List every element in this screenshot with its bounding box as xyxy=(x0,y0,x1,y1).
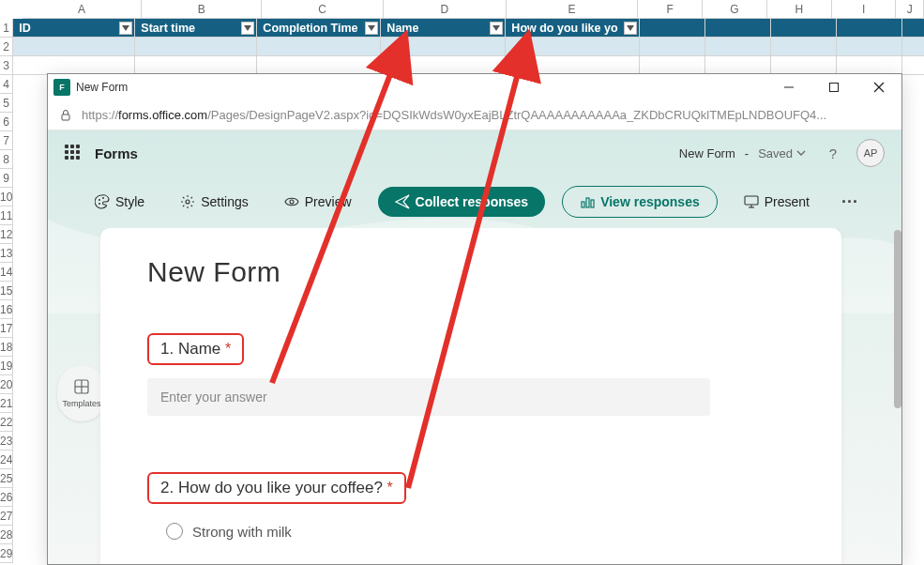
row-num[interactable]: 19 xyxy=(0,357,13,375)
cell[interactable] xyxy=(257,38,381,56)
row-num[interactable]: 9 xyxy=(0,169,13,188)
row-num[interactable]: 22 xyxy=(0,413,13,432)
row-num[interactable]: 28 xyxy=(0,526,13,544)
row-num[interactable]: 26 xyxy=(0,488,13,507)
row-num[interactable]: 10 xyxy=(0,188,13,206)
cell[interactable] xyxy=(837,56,902,75)
radio-icon[interactable] xyxy=(166,523,183,540)
cell[interactable] xyxy=(640,56,705,75)
question-1-input[interactable]: Enter your answer xyxy=(147,378,710,416)
cell[interactable] xyxy=(902,19,924,38)
row-num[interactable]: 4 xyxy=(0,75,13,94)
required-asterisk: * xyxy=(225,341,231,357)
row-num[interactable]: 24 xyxy=(0,450,13,469)
document-name[interactable]: New Form - Saved xyxy=(679,146,806,160)
cell[interactable] xyxy=(135,38,257,56)
forms-window: F New Form https://forms.office.com/Page… xyxy=(47,73,902,565)
cell[interactable] xyxy=(771,38,837,56)
cell[interactable] xyxy=(902,38,924,56)
cell[interactable] xyxy=(381,56,506,75)
avatar[interactable]: AP xyxy=(856,139,885,167)
row-num[interactable]: 17 xyxy=(0,319,13,338)
filter-dropdown-icon[interactable] xyxy=(490,22,503,35)
col-header-B[interactable]: B xyxy=(142,0,262,19)
row-num[interactable]: 5 xyxy=(0,94,13,113)
cell[interactable] xyxy=(381,38,506,56)
cell[interactable] xyxy=(640,19,705,38)
question-1[interactable]: 1. Name * Enter your answer xyxy=(147,333,808,416)
filter-dropdown-icon[interactable] xyxy=(624,22,637,35)
row-num[interactable]: 2 xyxy=(0,38,13,56)
help-button[interactable]: ? xyxy=(823,143,843,163)
cell[interactable] xyxy=(771,56,837,75)
minimize-button[interactable] xyxy=(766,74,811,100)
address-bar[interactable]: https://forms.office.com/Pages/DesignPag… xyxy=(48,100,901,130)
form-title[interactable]: New Form xyxy=(147,256,808,288)
cell[interactable] xyxy=(837,19,902,38)
filter-dropdown-icon[interactable] xyxy=(119,22,132,35)
cell[interactable] xyxy=(257,56,381,75)
lock-icon xyxy=(59,109,72,122)
row-num[interactable]: 29 xyxy=(0,544,13,563)
header-cell-name[interactable]: Name xyxy=(381,19,506,38)
row-num[interactable]: 11 xyxy=(0,206,13,225)
cell[interactable] xyxy=(771,19,837,38)
header-cell-coffee[interactable]: How do you like yo xyxy=(506,19,640,38)
question-2-option-1[interactable]: Strong with milk xyxy=(166,523,808,540)
col-header-G[interactable]: G xyxy=(703,0,767,19)
col-header-J[interactable]: J xyxy=(896,0,924,19)
row-num[interactable]: 14 xyxy=(0,263,13,282)
close-button[interactable] xyxy=(856,74,901,100)
highlight-box: 2. How do you like your coffee? * xyxy=(147,472,406,504)
scroll-thumb[interactable] xyxy=(894,230,901,408)
header-cell-start-time[interactable]: Start time xyxy=(135,19,257,38)
cell[interactable] xyxy=(705,19,771,38)
highlight-box: 1. Name * xyxy=(147,333,244,365)
table-row xyxy=(13,56,924,75)
row-num[interactable]: 20 xyxy=(0,375,13,394)
col-header-F[interactable]: F xyxy=(638,0,703,19)
cell[interactable] xyxy=(837,38,902,56)
question-2[interactable]: 2. How do you like your coffee? * Strong… xyxy=(147,472,808,540)
app-launcher-icon[interactable] xyxy=(65,145,82,161)
cell[interactable] xyxy=(506,56,640,75)
filter-dropdown-icon[interactable] xyxy=(365,22,378,35)
cell[interactable] xyxy=(506,38,640,56)
row-num[interactable]: 13 xyxy=(0,244,13,263)
table-row xyxy=(13,38,924,56)
cell[interactable] xyxy=(705,38,771,56)
row-num[interactable]: 23 xyxy=(0,432,13,450)
row-num[interactable]: 15 xyxy=(0,282,13,300)
row-num[interactable]: 16 xyxy=(0,300,13,319)
cell[interactable] xyxy=(705,56,771,75)
cell[interactable] xyxy=(13,38,135,56)
column-headers-row: A B C D E F G H I J xyxy=(0,0,924,19)
row-num[interactable]: 21 xyxy=(0,394,13,413)
row-num[interactable]: 27 xyxy=(0,507,13,526)
cell[interactable] xyxy=(135,56,257,75)
maximize-button[interactable] xyxy=(811,74,856,100)
row-num[interactable]: 12 xyxy=(0,225,13,244)
filter-dropdown-icon[interactable] xyxy=(241,22,254,35)
col-header-D[interactable]: D xyxy=(384,0,507,19)
header-cell-id[interactable]: ID xyxy=(13,19,135,38)
form-canvas[interactable]: New Form 1. Name * Enter your answer 2. … xyxy=(100,228,841,564)
col-header-H[interactable]: H xyxy=(767,0,832,19)
cell[interactable] xyxy=(902,56,924,75)
table-header-row: ID Start time Completion Time Name How d… xyxy=(13,19,924,38)
col-header-I[interactable]: I xyxy=(832,0,897,19)
row-num[interactable]: 8 xyxy=(0,150,13,169)
row-num[interactable]: 3 xyxy=(0,56,13,75)
row-num[interactable]: 1 xyxy=(0,19,13,38)
cell[interactable] xyxy=(13,56,135,75)
row-num[interactable]: 6 xyxy=(0,113,13,131)
col-header-E[interactable]: E xyxy=(507,0,639,19)
row-num[interactable]: 7 xyxy=(0,131,13,150)
row-num[interactable]: 25 xyxy=(0,469,13,488)
cell[interactable] xyxy=(640,38,705,56)
row-num[interactable]: 18 xyxy=(0,338,13,357)
col-header-C[interactable]: C xyxy=(262,0,384,19)
col-header-A[interactable]: A xyxy=(23,0,143,19)
header-cell-completion-time[interactable]: Completion Time xyxy=(257,19,381,38)
vertical-scrollbar[interactable] xyxy=(894,228,901,564)
